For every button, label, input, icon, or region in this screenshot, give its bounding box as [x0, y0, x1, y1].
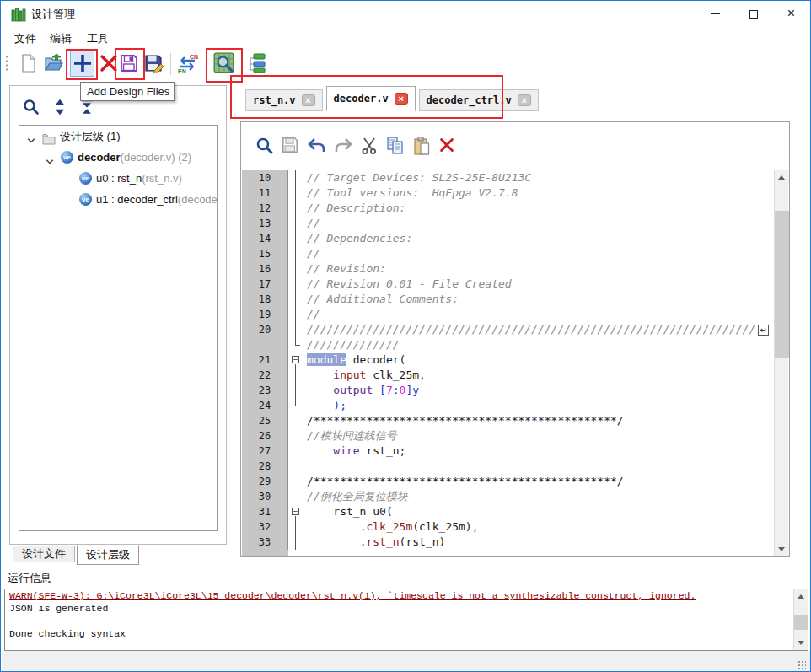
editor-delete-button[interactable]: [438, 136, 458, 156]
code-token: .rst_n: [360, 535, 400, 548]
code-text: );: [303, 398, 346, 413]
paste-button[interactable]: [411, 136, 432, 156]
chevron-down-icon[interactable]: [26, 132, 36, 142]
log-output[interactable]: WARN(SFE-W-3): G:\iCore3L\iCore3L\15_dec…: [4, 589, 808, 651]
code-line[interactable]: 22 input clk_25m,: [242, 368, 789, 383]
close-button[interactable]: ×: [772, 1, 810, 26]
line-number: 15: [242, 246, 288, 261]
cut-button[interactable]: [359, 136, 379, 156]
log-scrollbar[interactable]: [793, 589, 808, 650]
tab-design-files[interactable]: 设计文件: [13, 546, 75, 562]
code-line[interactable]: 19//: [242, 307, 789, 322]
tree-item-label: decoder: [78, 147, 121, 168]
line-number: 20: [242, 322, 288, 337]
chevron-down-icon[interactable]: [45, 153, 55, 163]
fold-collapse-icon[interactable]: −: [292, 356, 299, 363]
code-line[interactable]: 24 );: [242, 398, 789, 413]
verilog-module-icon: ve: [79, 193, 92, 206]
code-line[interactable]: 29/*************************************…: [242, 474, 789, 489]
code-line[interactable]: 26//模块间连线信号: [242, 428, 789, 444]
editor-search-button[interactable]: [255, 136, 275, 156]
minimize-button[interactable]: [696, 1, 734, 26]
maximize-button[interactable]: [734, 1, 772, 26]
menu-edit[interactable]: 编辑: [46, 30, 75, 48]
code-line[interactable]: 15//: [242, 246, 789, 261]
code-line[interactable]: //////////////: [242, 337, 789, 352]
resize-grip-icon[interactable]: [798, 660, 806, 669]
tree-item[interactable]: vedecoder (decoder.v) (2): [19, 147, 217, 168]
scroll-up-icon[interactable]: [794, 589, 808, 604]
code-line[interactable]: 31− rst_n u0(: [242, 504, 789, 519]
line-number: 23: [242, 383, 288, 398]
tab-design-hierarchy[interactable]: 设计层级: [77, 545, 139, 565]
tab-close-icon[interactable]: ×: [518, 94, 531, 106]
code-token: //模块间连线信号: [307, 429, 397, 442]
tree-item[interactable]: 设计层级 (1): [19, 126, 217, 147]
save-as-button[interactable]: [143, 51, 165, 75]
code-text: wire rst_n;: [303, 444, 406, 459]
scroll-thumb[interactable]: [794, 615, 808, 630]
new-file-button[interactable]: [18, 51, 40, 75]
fold-marker: [288, 185, 303, 201]
fold-marker: [288, 519, 303, 535]
line-number: 21: [242, 352, 288, 368]
tree-item[interactable]: veu0 : rst_n (rst_n.v): [19, 168, 217, 189]
fold-marker: [288, 459, 303, 474]
code-line[interactable]: 27 wire rst_n;: [242, 444, 789, 459]
code-line[interactable]: 14// Dependencies:: [242, 231, 789, 246]
editor-save-button[interactable]: [281, 136, 301, 156]
code-line[interactable]: 11// Tool versions: HqFpga V2.7.8: [242, 185, 789, 201]
menu-file[interactable]: 文件: [11, 30, 40, 48]
code-line[interactable]: 12// Description:: [242, 201, 789, 216]
code-token: /***************************************…: [307, 475, 624, 487]
copy-button[interactable]: [385, 136, 406, 156]
redo-button[interactable]: [333, 136, 353, 156]
code-token: [307, 384, 333, 396]
code-token: //////////////: [307, 338, 400, 351]
fold-marker[interactable]: −: [288, 504, 303, 519]
scroll-down-icon[interactable]: [794, 636, 808, 650]
scroll-down-icon[interactable]: [775, 542, 789, 556]
toolbar-drag-handle[interactable]: [5, 55, 8, 73]
code-line[interactable]: 17// Revision 0.01 - File Created: [242, 277, 789, 292]
tree-item[interactable]: veu1 : decoder_ctrl (decode: [19, 189, 217, 210]
code-text: // Revision:: [303, 261, 386, 277]
code-line[interactable]: 28: [242, 459, 789, 474]
code-line[interactable]: 33 .rst_n(rst_n): [242, 535, 789, 550]
code-line[interactable]: 30//例化全局复位模块: [242, 489, 789, 504]
code-line[interactable]: 20//////////////////////////////////////…: [242, 322, 789, 337]
line-number: 19: [242, 307, 288, 322]
translate-cn-en-button[interactable]: CN EN: [176, 51, 198, 75]
design-hierarchy-button[interactable]: [245, 51, 267, 75]
code-token: );: [333, 399, 346, 411]
code-line[interactable]: 13//: [242, 216, 789, 231]
code-line[interactable]: 23 output [7:0]y: [242, 383, 789, 398]
code-line[interactable]: 10// Target Devices: SL2S-25E-8U213C: [242, 170, 789, 185]
fold-marker[interactable]: −: [288, 352, 303, 368]
scroll-up-icon[interactable]: [775, 170, 789, 185]
line-number: 16: [242, 261, 288, 277]
code-line[interactable]: 18// Additional Comments:: [242, 292, 789, 307]
expand-all-button[interactable]: [51, 98, 69, 116]
annotation-box-tabs: [230, 75, 503, 119]
code-line[interactable]: 16// Revision:: [242, 261, 789, 277]
tree-search-button[interactable]: [22, 98, 40, 116]
code-token: rst_n u0(: [307, 505, 393, 518]
code-token: decoder(: [346, 353, 406, 366]
code-token: (rst_n): [400, 535, 446, 548]
menu-tools[interactable]: 工具: [83, 30, 112, 48]
code-line[interactable]: 32 .clk_25m(clk_25m),: [242, 519, 789, 535]
scroll-thumb[interactable]: [775, 211, 789, 358]
code-token: [307, 444, 333, 457]
code-text: /***************************************…: [303, 474, 624, 489]
code-line[interactable]: 21−module decoder(: [242, 352, 789, 368]
editor-scrollbar[interactable]: [774, 170, 788, 556]
fold-marker: [288, 337, 303, 352]
code-token: output: [333, 384, 373, 396]
undo-button[interactable]: [307, 136, 327, 156]
code-token: // Revision:: [307, 262, 386, 275]
code-line[interactable]: 25/*************************************…: [242, 413, 789, 428]
open-project-button[interactable]: [43, 51, 65, 75]
fold-collapse-icon[interactable]: −: [292, 508, 299, 515]
code-editor[interactable]: 10// Target Devices: SL2S-25E-8U213C11//…: [242, 170, 789, 556]
